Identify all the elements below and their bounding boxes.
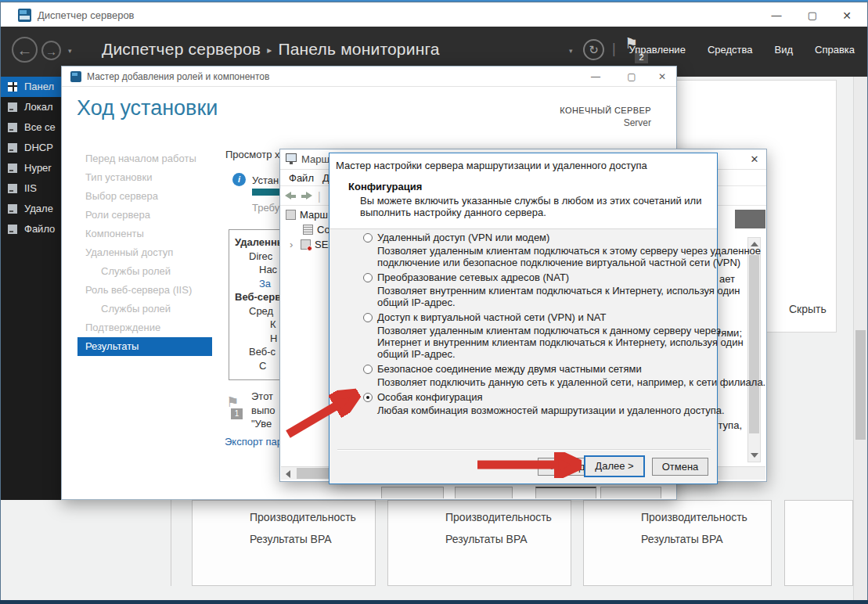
tile-bpa-link[interactable]: Результаты BPA xyxy=(641,533,723,545)
scroll-left-icon[interactable] xyxy=(286,470,290,478)
config-option-label[interactable]: Удаленный доступ (VPN или модем) xyxy=(377,232,709,244)
dashboard-icon xyxy=(8,82,17,92)
console-title: Марш xyxy=(301,153,330,165)
tree-node[interactable]: ›SER xyxy=(280,237,336,252)
refresh-icon[interactable]: ↻ xyxy=(583,39,604,60)
cancel-button[interactable]: Отмена xyxy=(652,458,708,476)
obscured-button[interactable] xyxy=(455,487,513,498)
nav-caret-icon[interactable]: ▾ xyxy=(68,47,72,55)
restart-required-text: Требу xyxy=(252,202,279,214)
wizard-title: Мастер добавления ролей и компонентов xyxy=(87,71,269,82)
config-option-description: подключение или безопасное подключение в… xyxy=(377,257,709,268)
tile-remote-access: Производительность Результаты BPA xyxy=(192,500,376,586)
config-option: Безопасное соединение между двумя частны… xyxy=(330,363,709,388)
details-text-fragment: тупа, xyxy=(719,419,742,431)
info-icon: i xyxy=(232,173,246,186)
tree-node[interactable]: Марш xyxy=(280,207,336,222)
export-settings-link[interactable]: Экспорт пар xyxy=(225,436,283,448)
console-close-button[interactable]: ✕ xyxy=(747,153,762,167)
scrollbar-thumb[interactable] xyxy=(749,255,759,433)
wizard-nav-item[interactable]: Роли сервера xyxy=(77,206,212,225)
next-button[interactable]: Далее > xyxy=(584,455,645,477)
sidebar: ПанелЛокалВсе сеDHCPHyperIISУдалеФайло xyxy=(1,77,64,500)
tile-performance-link[interactable]: Производительность xyxy=(445,511,552,523)
menu-Вид[interactable]: Вид xyxy=(774,44,793,56)
close-button[interactable]: ✕ xyxy=(839,8,855,23)
config-option-description: Интернет и внутренним клиентам подключат… xyxy=(377,336,709,348)
sidebar-item-dhcp[interactable]: DHCP xyxy=(1,138,64,158)
config-option-label[interactable]: Особая конфигурация xyxy=(377,391,709,404)
hide-welcome-button[interactable]: Скрыть xyxy=(789,303,827,315)
maximize-button[interactable]: ▢ xyxy=(805,8,820,23)
wizard-maximize-button[interactable]: ▢ xyxy=(625,70,639,84)
wizard-nav-item[interactable]: Компоненты xyxy=(77,225,212,243)
rras-setup-dialog: Мастер настройки сервера маршрутизации и… xyxy=(329,153,718,484)
console-menu-Файл[interactable]: Файл xyxy=(289,172,314,184)
dialog-section-heading: Конфигурация xyxy=(348,181,422,192)
config-option-label[interactable]: Доступ к виртуальной частной сети (VPN) … xyxy=(377,311,709,324)
sidebar-item-remote-access[interactable]: Удале xyxy=(1,199,64,219)
scroll-down-icon[interactable] xyxy=(751,453,758,458)
console-icon xyxy=(286,153,297,162)
wizard-nav-item[interactable]: Тип установки xyxy=(77,168,212,187)
wizard-nav-item[interactable]: Подтверждение xyxy=(77,318,212,337)
wizard-nav-item[interactable]: Роль веб-сервера (IIS) xyxy=(77,281,212,300)
wizard-nav-item[interactable]: Удаленный доступ xyxy=(77,243,212,262)
server-stack-icon xyxy=(303,225,313,235)
config-option-label[interactable]: Преобразование сетевых адресов (NAT) xyxy=(377,271,709,284)
wizard-close-button[interactable]: ✕ xyxy=(655,70,669,84)
forward-arrow-icon[interactable] xyxy=(301,192,312,200)
back-arrow-icon[interactable] xyxy=(285,192,297,200)
note-line: Этот xyxy=(251,390,276,404)
breadcrumb: Диспетчер серверов▸Панель мониторинга xyxy=(102,40,440,59)
expander-icon[interactable]: › xyxy=(290,237,293,252)
radio-unselected[interactable] xyxy=(363,273,373,282)
main-vertical-scrollbar[interactable] xyxy=(853,77,867,600)
sidebar-item-iis[interactable]: IIS xyxy=(1,178,64,199)
radio-selected[interactable] xyxy=(363,393,373,402)
menu-Управление[interactable]: Управление xyxy=(629,44,686,56)
wizard-nav-item[interactable]: Выбор сервера xyxy=(77,187,212,206)
obscured-button[interactable] xyxy=(600,487,661,498)
radio-unselected[interactable] xyxy=(363,313,373,322)
tile-performance-link[interactable]: Производительность xyxy=(641,511,747,523)
sidebar-item-file-services[interactable]: Файло xyxy=(1,219,64,239)
radio-unselected[interactable] xyxy=(363,233,373,243)
hyper-v-icon xyxy=(8,164,17,173)
obscured-button[interactable] xyxy=(535,487,596,498)
tree-node-label[interactable]: Марш xyxy=(300,209,328,221)
sidebar-item-hyper-v[interactable]: Hyper xyxy=(1,158,64,178)
forward-button[interactable]: → xyxy=(41,41,61,60)
tile-bpa-link[interactable]: Результаты BPA xyxy=(445,533,528,545)
sidebar-item-all-servers[interactable]: Все се xyxy=(1,117,64,138)
breadcrumb-root[interactable]: Диспетчер серверов xyxy=(102,40,261,58)
manage-caret-icon[interactable]: ▾ xyxy=(569,47,573,55)
radio-unselected[interactable] xyxy=(363,365,373,374)
tile-performance-link[interactable]: Производительность xyxy=(250,511,356,523)
wizard-nav-item[interactable]: Службы ролей xyxy=(77,262,212,281)
wizard-titlebar: Мастер добавления ролей и компонентов — … xyxy=(62,67,676,87)
sidebar-item-dashboard[interactable]: Панел xyxy=(1,77,64,97)
config-option-description: Любая комбинация возможностей маршрутиза… xyxy=(377,404,709,416)
menu-Справка[interactable]: Справка xyxy=(815,44,855,56)
wizard-nav-item[interactable]: Результаты xyxy=(77,337,212,356)
config-option: Особая конфигурацияЛюбая комбинация возм… xyxy=(330,391,709,416)
tile-bpa-link[interactable]: Результаты BPA xyxy=(250,533,332,545)
console-pane-header xyxy=(735,210,765,228)
details-text-fragment: ает xyxy=(719,273,735,285)
wizard-minimize-button[interactable]: — xyxy=(589,70,603,84)
obscured-button[interactable] xyxy=(381,487,444,498)
dialog-intro-text: Вы можете включить указанные службы в лю… xyxy=(360,195,701,218)
config-option-label[interactable]: Безопасное соединение между двумя частны… xyxy=(377,363,709,376)
local-server-icon xyxy=(8,102,17,112)
scrollbar-thumb[interactable] xyxy=(855,330,866,440)
back-button[interactable]: ← xyxy=(12,37,38,63)
wizard-nav-item[interactable]: Службы ролей xyxy=(77,300,212,318)
menu-Средства[interactable]: Средства xyxy=(708,44,753,56)
sidebar-item-local-server[interactable]: Локал xyxy=(1,97,64,117)
wizard-page-heading: Ход установки xyxy=(77,96,218,120)
tree-node[interactable]: Со xyxy=(280,222,336,237)
console-vertical-scrollbar[interactable] xyxy=(747,237,761,462)
wizard-nav-item[interactable]: Перед началом работы xyxy=(77,149,212,168)
minimize-button[interactable]: — xyxy=(769,8,784,23)
